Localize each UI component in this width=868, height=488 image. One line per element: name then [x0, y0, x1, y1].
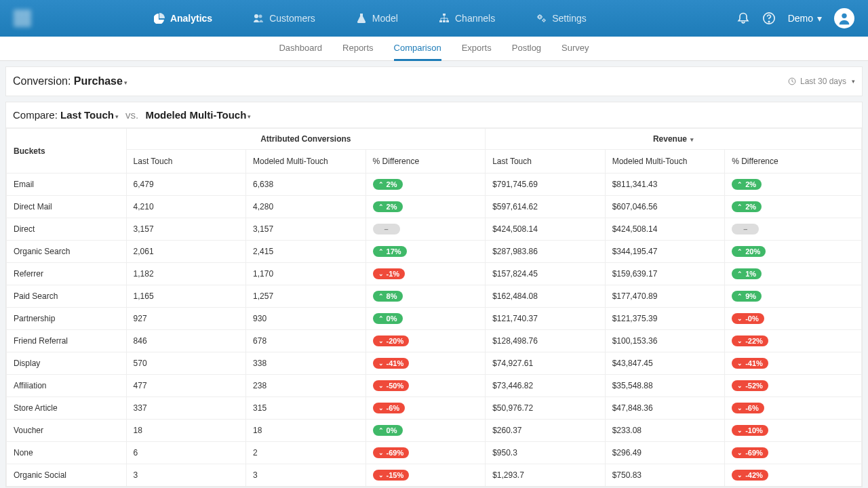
- subnav-reports[interactable]: Reports: [342, 37, 374, 61]
- nav-model[interactable]: Model: [356, 13, 398, 24]
- col-rev-diff[interactable]: % Difference: [725, 150, 862, 174]
- diff-pill-down: ⌄-41%: [732, 358, 768, 369]
- cell-rev-lt: $260.37: [486, 420, 606, 442]
- svg-point-10: [842, 14, 846, 18]
- arrow-down-icon: ⌄: [378, 449, 384, 456]
- table-row: Paid Search 1,165 1,257 ⌃8% $162,484.08 …: [7, 285, 862, 308]
- cell-conv-diff: ⌄-41%: [366, 352, 486, 375]
- top-navbar: Analytics Customers Model Channels Setti…: [0, 0, 868, 37]
- cell-conv-diff: ⌃8%: [366, 285, 486, 308]
- caret-down-icon: ▾: [248, 113, 251, 120]
- subnav-comparison[interactable]: Comparison: [394, 37, 441, 61]
- time-range-selector[interactable]: Last 30 days ▾: [788, 77, 855, 86]
- table-row: Friend Referral 846 678 ⌄-20% $128,498.7…: [7, 330, 862, 352]
- cell-rev-diff: ⌃2%: [725, 174, 862, 196]
- nav-settings[interactable]: Settings: [536, 13, 587, 24]
- arrow-down-icon: ⌄: [737, 360, 743, 367]
- cell-conv-diff: ⌄-6%: [366, 397, 486, 420]
- diff-pill-down: ⌄-15%: [373, 470, 410, 481]
- subnav-dashboard[interactable]: Dashboard: [279, 37, 322, 61]
- cell-bucket: Voucher: [7, 420, 127, 442]
- nav-label: Settings: [552, 13, 587, 24]
- nav-channels[interactable]: Channels: [439, 13, 495, 24]
- nav-analytics[interactable]: Analytics: [154, 13, 212, 24]
- cell-bucket: Store Article: [7, 397, 127, 420]
- clock-icon: [788, 77, 796, 85]
- table-row: Email 6,479 6,638 ⌃2% $791,745.69 $811,3…: [7, 174, 862, 196]
- col-rev-lt[interactable]: Last Touch: [486, 150, 606, 174]
- svg-rect-3: [439, 20, 442, 22]
- diff-pill-down: ⌄-10%: [732, 425, 768, 436]
- diff-pill-down: ⌄-1%: [373, 268, 406, 279]
- diff-pill-neutral: –: [373, 224, 400, 235]
- help-icon[interactable]: [762, 12, 776, 25]
- arrow-down-icon: ⌄: [737, 338, 743, 344]
- diff-pill-down: ⌄-69%: [373, 447, 410, 458]
- cell-bucket: Partnership: [7, 308, 127, 330]
- arrow-down-icon: ⌄: [737, 427, 743, 434]
- svg-point-1: [259, 15, 262, 18]
- arrow-up-icon: ⌃: [737, 181, 743, 188]
- sitemap-icon: [439, 13, 450, 24]
- cell-rev-lt: $121,740.37: [486, 308, 606, 330]
- cell-bucket: Affiliation: [7, 375, 127, 397]
- diff-pill-down: ⌄-69%: [732, 447, 768, 458]
- table-row: None 6 2 ⌄-69% $950.3 $296.49 ⌄-69%: [7, 442, 862, 464]
- diff-pill-down: ⌄-6%: [732, 403, 764, 413]
- diff-pill-up: ⌃20%: [732, 246, 766, 257]
- diff-pill-down: ⌄-0%: [732, 313, 764, 324]
- diff-pill-up: ⌃1%: [732, 268, 762, 279]
- bell-icon[interactable]: [736, 12, 750, 25]
- cell-bucket: Organic Social: [7, 464, 127, 487]
- nav-customers[interactable]: Customers: [253, 13, 315, 24]
- col-buckets[interactable]: Buckets: [7, 129, 127, 174]
- cell-conv-diff: ⌄-1%: [366, 263, 486, 285]
- col-conv-mmt[interactable]: Modeled Multi-Touch: [246, 150, 366, 174]
- cell-bucket: Referrer: [7, 263, 127, 285]
- diff-pill-up: ⌃8%: [373, 291, 403, 302]
- users-icon: [253, 13, 264, 24]
- col-conv-lt[interactable]: Last Touch: [126, 150, 246, 174]
- diff-pill-down: ⌄-42%: [732, 470, 768, 481]
- compare-b-selector[interactable]: Modeled Multi-Touch▾: [145, 109, 251, 121]
- diff-pill-up: ⌃17%: [373, 246, 407, 257]
- compare-a-selector[interactable]: Last Touch▾: [60, 109, 119, 121]
- cell-conv-diff: ⌄-15%: [366, 464, 486, 487]
- conversion-panel: Conversion: Purchase▾ Last 30 days ▾: [5, 66, 863, 96]
- diff-pill-up: ⌃2%: [373, 201, 403, 212]
- subnav-survey[interactable]: Survey: [561, 37, 589, 61]
- comparison-panel: Compare: Last Touch▾ vs. Modeled Multi-T…: [5, 102, 863, 487]
- diff-pill-down: ⌄-41%: [373, 358, 410, 369]
- cell-conv-lt: 6: [126, 442, 246, 464]
- table-row: Store Article 337 315 ⌄-6% $50,976.72 $4…: [7, 397, 862, 420]
- diff-pill-up: ⌃0%: [373, 313, 403, 324]
- cogs-icon: [536, 13, 547, 24]
- subnav-exports[interactable]: Exports: [462, 37, 492, 61]
- arrow-down-icon: ⌄: [378, 405, 384, 411]
- col-rev-mmt[interactable]: Modeled Multi-Touch: [605, 150, 725, 174]
- cell-conv-lt: 2,061: [126, 241, 246, 263]
- svg-point-7: [543, 20, 545, 22]
- cell-conv-diff: –: [366, 218, 486, 241]
- arrow-down-icon: ⌄: [737, 382, 743, 389]
- user-menu[interactable]: Demo ▾: [788, 13, 822, 24]
- cell-rev-diff: ⌃1%: [725, 263, 862, 285]
- cell-rev-lt: $157,824.45: [486, 263, 606, 285]
- svg-point-6: [538, 16, 541, 18]
- table-row: Organic Social 3 3 ⌄-15% $1,293.7 $750.8…: [7, 464, 862, 487]
- arrow-up-icon: ⌃: [737, 248, 743, 255]
- nav-label: Customers: [269, 13, 315, 24]
- col-conv-diff[interactable]: % Difference: [366, 150, 486, 174]
- conversion-selector[interactable]: Conversion: Purchase▾: [13, 75, 127, 87]
- compare-label: Compare:: [13, 109, 58, 121]
- svg-point-0: [254, 14, 258, 18]
- avatar[interactable]: [834, 8, 854, 28]
- cell-conv-mmt: 2,415: [246, 241, 366, 263]
- svg-rect-2: [443, 14, 446, 16]
- cell-rev-lt: $287,983.86: [486, 241, 606, 263]
- cell-conv-mmt: 3: [246, 464, 366, 487]
- cell-conv-mmt: 315: [246, 397, 366, 420]
- cell-conv-diff: ⌃2%: [366, 196, 486, 218]
- subnav-postlog[interactable]: Postlog: [512, 37, 541, 61]
- col-group-revenue[interactable]: Revenue ▾: [486, 129, 862, 150]
